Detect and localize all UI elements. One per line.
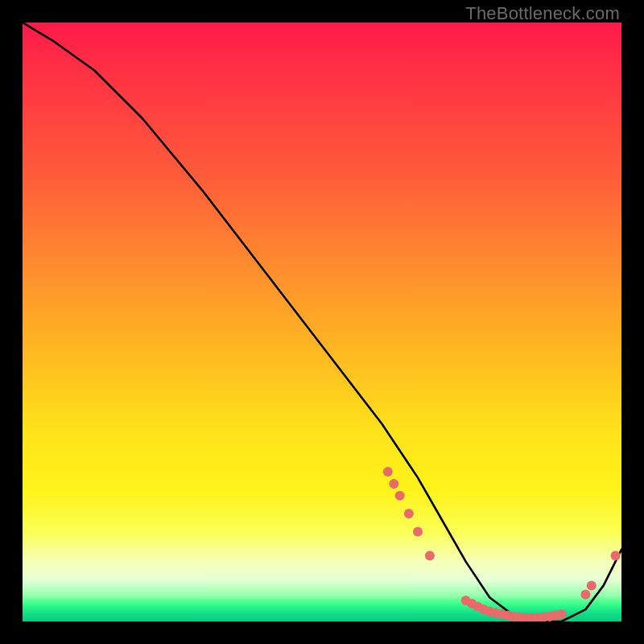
highlight-point [413, 526, 423, 536]
curve-layer [23, 23, 621, 621]
highlight-point [383, 467, 393, 477]
highlight-point [611, 551, 621, 560]
highlight-point [425, 551, 435, 560]
highlight-point [395, 491, 405, 501]
chart-frame: TheBottleneck.com [0, 0, 644, 644]
highlight-point [404, 509, 414, 518]
highlight-points-group [383, 467, 621, 621]
highlight-point [389, 479, 398, 489]
highlight-point [557, 609, 567, 619]
watermark-text: TheBottleneck.com [465, 3, 620, 24]
bottleneck-curve [23, 23, 621, 621]
plot-area [23, 23, 621, 621]
highlight-point [587, 580, 597, 590]
highlight-point [580, 590, 590, 600]
